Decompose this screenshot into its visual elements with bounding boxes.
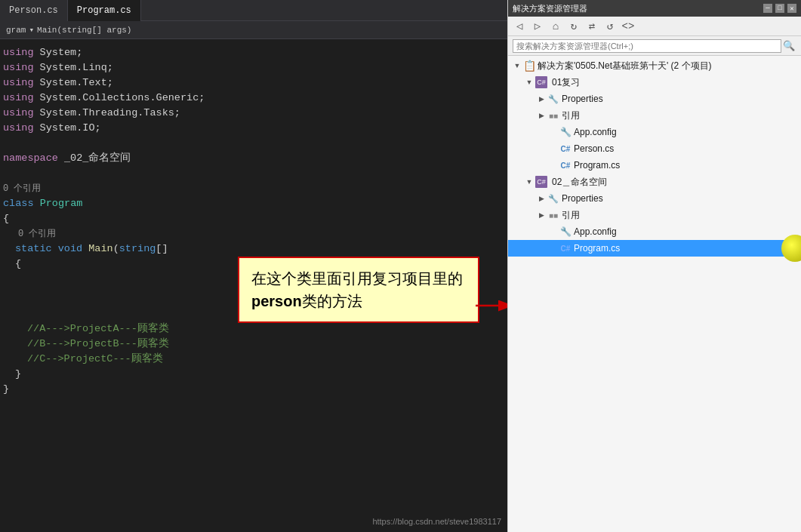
- annotation-box: 在这个类里面引用复习项目里的person类的方法: [238, 257, 479, 323]
- properties2-icon: 🔧: [547, 192, 559, 204]
- editor-panel: Person.cs Program.cs gram ▾ Main(string[…: [0, 0, 507, 532]
- tree-item-personcs[interactable]: C# Person.cs: [508, 140, 801, 157]
- tree-item-solution[interactable]: 📋 解决方案'0505.Net基础班第十天' (2 个项目): [508, 57, 801, 74]
- tree-item-properties2[interactable]: 🔧 Properties: [508, 190, 801, 207]
- programcs2-icon: C#: [559, 242, 571, 254]
- personcs-icon: C#: [559, 143, 571, 155]
- expand-arrow-prop1: [535, 93, 547, 105]
- tab-person-cs[interactable]: Person.cs: [0, 0, 68, 21]
- code-line: using System.Threading.Tasks;: [0, 106, 507, 121]
- tree-item-proj2[interactable]: C# 02＿命名空间: [508, 174, 801, 190]
- appconfig2-icon: 🔧: [559, 226, 571, 238]
- programcs1-icon: C#: [559, 159, 571, 171]
- tab-person-cs-label: Person.cs: [9, 5, 58, 16]
- project2-icon: C#: [535, 176, 547, 188]
- solution-icon: 📋: [523, 60, 535, 72]
- tree-item-programcs1[interactable]: C# Program.cs: [508, 157, 801, 174]
- toolbar-code-btn[interactable]: <>: [620, 19, 636, 34]
- toolbar-refresh-btn[interactable]: ↻: [565, 19, 582, 34]
- code-line: using System.Linq;: [0, 60, 507, 75]
- toolbar-forward-btn[interactable]: ▷: [529, 19, 546, 34]
- code-line: [0, 166, 507, 181]
- breadcrumb-right: Main(string[] args): [37, 26, 131, 35]
- expand-arrow-proj1: [523, 76, 535, 88]
- code-line: [0, 136, 507, 151]
- code-line: using System.IO;: [0, 121, 507, 136]
- code-line: using System;: [0, 45, 507, 60]
- tree-item-appconfig1[interactable]: 🔧 App.config: [508, 124, 801, 140]
- code-line-comment-c: //C-->ProjectC---顾客类: [0, 352, 507, 367]
- toolbar-back-btn[interactable]: ◁: [511, 19, 528, 34]
- solution-label: 解决方案'0505.Net基础班第十天' (2 个项目): [538, 60, 712, 72]
- code-line: using System.Text;: [0, 75, 507, 91]
- expand-arrow-proj2: [523, 176, 535, 188]
- proj1-label: 01复习: [552, 76, 580, 89]
- search-input[interactable]: [513, 39, 781, 53]
- code-line: }: [0, 367, 507, 382]
- solution-explorer-panel: 解决方案资源管理器 ─ □ ✕ ◁ ▷ ⌂ ↻ ⇄ ↺ <> 🔍 📋 解决方案'…: [507, 0, 801, 532]
- tree-item-proj1[interactable]: C# 01复习: [508, 74, 801, 91]
- code-line: using System.Collections.Generic;: [0, 91, 507, 106]
- toolbar-newfile-btn[interactable]: ↺: [602, 19, 618, 34]
- solution-titlebar-text: 解决方案资源管理器: [513, 3, 587, 14]
- toolbar-home-btn[interactable]: ⌂: [547, 19, 564, 34]
- programcs2-label: Program.cs: [574, 243, 620, 254]
- breadcrumb-left: gram: [6, 26, 26, 35]
- breadcrumb-separator: ▾: [29, 25, 34, 35]
- expand-arrow-solution: [511, 60, 523, 72]
- tabs-bar: Person.cs Program.cs: [0, 0, 507, 21]
- tree-view[interactable]: 📋 解决方案'0505.Net基础班第十天' (2 个项目) C# 01复习 🔧…: [508, 56, 801, 532]
- code-line: }: [0, 382, 507, 397]
- expand-arrow-ref2: [535, 209, 547, 221]
- properties2-label: Properties: [562, 193, 603, 204]
- programcs1-label: Program.cs: [574, 160, 620, 171]
- ref2-label: 引用: [562, 209, 580, 222]
- search-bar: 🔍: [508, 36, 801, 56]
- tab-program-cs[interactable]: Program.cs: [68, 0, 141, 21]
- breadcrumb: gram ▾ Main(string[] args): [0, 21, 507, 39]
- close-button[interactable]: ✕: [787, 4, 796, 13]
- expand-arrow-prop2: [535, 192, 547, 204]
- personcs-label: Person.cs: [574, 143, 614, 154]
- code-line: 0 个引用: [0, 181, 507, 196]
- code-line-class: class Program: [0, 196, 507, 211]
- ref-icon: ■■: [547, 109, 559, 121]
- proj2-label: 02＿命名空间: [552, 176, 607, 189]
- code-line-comment-b: //B--->ProjectB---顾客类: [0, 337, 507, 352]
- arrow-indicator: [474, 294, 507, 317]
- tab-program-cs-label: Program.cs: [77, 5, 131, 16]
- minimize-button[interactable]: ─: [763, 4, 772, 13]
- ref1-label: 引用: [562, 109, 580, 122]
- appconfig1-icon: 🔧: [559, 126, 571, 138]
- tree-item-ref1[interactable]: ■■ 引用: [508, 107, 801, 124]
- tree-item-properties1[interactable]: 🔧 Properties: [508, 91, 801, 107]
- annotation-text: 在这个类里面引用复习项目里的person类的方法: [251, 270, 463, 309]
- code-line: 0 个引用: [0, 226, 507, 241]
- watermark: https://blog.csdn.net/steve1983117: [372, 517, 501, 526]
- properties1-label: Properties: [562, 94, 603, 104]
- appconfig1-label: App.config: [574, 127, 617, 137]
- project-icon: C#: [535, 76, 547, 88]
- tree-item-programcs2[interactable]: C# Program.cs: [508, 240, 801, 257]
- code-line: static void Main(string[]: [0, 241, 507, 257]
- code-line: {: [0, 211, 507, 226]
- titlebar-buttons: ─ □ ✕: [763, 4, 796, 13]
- search-icon[interactable]: 🔍: [781, 38, 796, 54]
- solution-toolbar: ◁ ▷ ⌂ ↻ ⇄ ↺ <>: [508, 17, 801, 36]
- appconfig2-label: App.config: [574, 226, 617, 237]
- toolbar-sync-btn[interactable]: ⇄: [584, 19, 600, 34]
- properties-icon: 🔧: [547, 93, 559, 105]
- tree-item-appconfig2[interactable]: 🔧 App.config: [508, 223, 801, 240]
- code-line: namespace _02_命名空间: [0, 151, 507, 166]
- code-area[interactable]: using System; using System.Linq; using S…: [0, 39, 507, 532]
- solution-titlebar: 解决方案资源管理器 ─ □ ✕: [508, 0, 801, 17]
- code-line-comment-a: //A--->ProjectA---顾客类: [0, 321, 507, 337]
- expand-arrow-ref1: [535, 109, 547, 121]
- ref2-icon: ■■: [547, 209, 559, 221]
- restore-button[interactable]: □: [775, 4, 784, 13]
- tree-item-ref2[interactable]: ■■ 引用: [508, 207, 801, 223]
